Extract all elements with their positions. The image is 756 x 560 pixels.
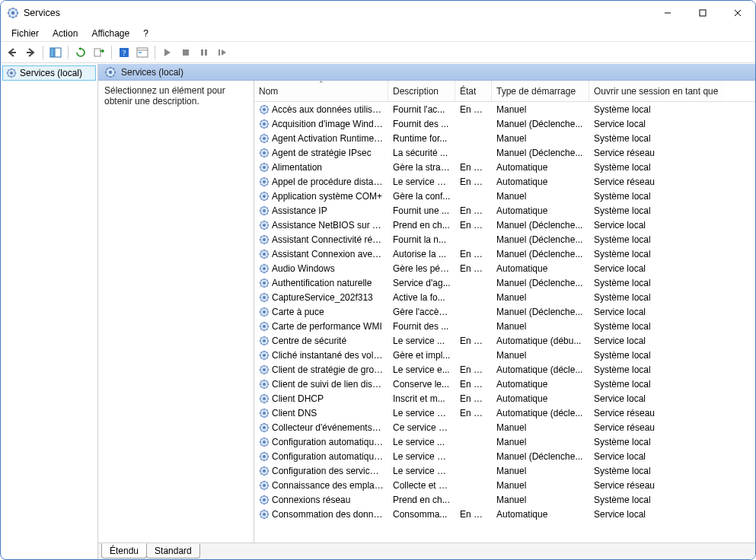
service-name: Client DHCP bbox=[272, 393, 384, 404]
list-item[interactable]: Agent de stratégie IPsecLa sécurité ...M… bbox=[254, 145, 755, 160]
gear-icon bbox=[259, 278, 270, 288]
list-item[interactable]: Acquisition d'image Windo...Fournit des … bbox=[254, 116, 755, 131]
maximize-button[interactable] bbox=[685, 1, 720, 25]
list-item[interactable]: Centre de sécuritéLe service ...En co...… bbox=[254, 333, 755, 348]
list-item[interactable]: Configuration des services ...Le service… bbox=[254, 463, 755, 478]
minimize-button[interactable] bbox=[650, 1, 685, 25]
column-header-label: Nom bbox=[259, 86, 278, 97]
list-item[interactable]: Connaissance des emplace...Collecte et s… bbox=[254, 478, 755, 492]
pause-service-button[interactable] bbox=[196, 44, 212, 61]
refresh-icon bbox=[75, 47, 86, 58]
list-item[interactable]: Client DHCPInscrit et m...En co...Automa… bbox=[254, 391, 755, 406]
refresh-button[interactable] bbox=[72, 44, 89, 61]
back-button[interactable] bbox=[4, 44, 21, 61]
cell-description: Conserve le... bbox=[388, 379, 455, 390]
column-header-description[interactable]: Description bbox=[388, 81, 455, 101]
restart-service-button[interactable] bbox=[214, 44, 231, 61]
cell-name: Connaissance des emplace... bbox=[254, 480, 388, 491]
menu-help[interactable]: ? bbox=[137, 27, 155, 40]
list-item[interactable]: Agent Activation Runtime_...Runtime for.… bbox=[254, 131, 755, 145]
tab-extended[interactable]: Étendu bbox=[101, 543, 147, 558]
cell-description: Gère et impl... bbox=[388, 350, 455, 361]
cell-logon: Système local bbox=[589, 466, 725, 476]
list-item[interactable]: Authentification naturelleService d'ag..… bbox=[254, 275, 755, 290]
cell-description: Fournit des ... bbox=[388, 119, 455, 129]
list-item[interactable]: AlimentationGère la strat...En co...Auto… bbox=[254, 160, 755, 174]
properties-icon bbox=[136, 47, 148, 58]
cell-startup: Manuel (Déclenche... bbox=[492, 119, 589, 129]
list-item[interactable]: Client DNSLe service cl...En co...Automa… bbox=[254, 406, 755, 420]
gear-icon bbox=[259, 205, 270, 216]
services-list: Nom ⌃ Description État Type de démarrage… bbox=[254, 81, 755, 542]
service-name: Centre de sécurité bbox=[272, 336, 384, 346]
service-name: Accès aux données utilisate... bbox=[272, 104, 384, 115]
help-button[interactable]: ? bbox=[116, 44, 132, 61]
cell-description: Autorise la ... bbox=[388, 249, 455, 259]
cell-state: En co... bbox=[455, 379, 492, 390]
list-item[interactable]: Configuration automatique...Le service .… bbox=[254, 434, 755, 449]
properties-button[interactable] bbox=[134, 44, 151, 61]
cell-state: En co... bbox=[455, 336, 492, 346]
gear-icon bbox=[259, 191, 270, 202]
list-item[interactable]: Cliché instantané des volu...Gère et imp… bbox=[254, 348, 755, 362]
column-header-name[interactable]: Nom ⌃ bbox=[254, 81, 388, 101]
cell-startup: Automatique bbox=[492, 263, 589, 274]
list-item[interactable]: Carte à puceGère l'accès...Manuel (Décle… bbox=[254, 304, 755, 319]
list-item[interactable]: Assistance IPFournit une ...En co...Auto… bbox=[254, 203, 755, 218]
column-header-startup[interactable]: Type de démarrage bbox=[492, 81, 589, 101]
list-item[interactable]: Consommation des donnéesConsomma...En co… bbox=[254, 507, 755, 521]
column-header-state[interactable]: État bbox=[455, 81, 492, 101]
cell-description: Le service ... bbox=[388, 437, 455, 447]
list-item[interactable]: Assistance NetBIOS sur TCP...Prend en ch… bbox=[254, 218, 755, 232]
menu-action[interactable]: Action bbox=[46, 27, 84, 40]
gear-icon bbox=[104, 66, 116, 78]
cell-state: En co... bbox=[455, 205, 492, 216]
cell-startup: Manuel bbox=[492, 466, 589, 476]
list-item[interactable]: Assistant Connectivité réseauFournit la … bbox=[254, 232, 755, 247]
cell-logon: Service local bbox=[589, 509, 725, 520]
cell-description: Gère la conf... bbox=[388, 191, 455, 202]
cell-logon: Service réseau bbox=[589, 408, 725, 418]
menubar: Fichier Action Affichage ? bbox=[1, 25, 755, 42]
list-item[interactable]: CaptureService_202f313Active la fo...Man… bbox=[254, 290, 755, 304]
gear-icon bbox=[259, 379, 270, 390]
cell-description: Fournit la n... bbox=[388, 234, 455, 245]
list-item[interactable]: Accès aux données utilisate...Fournit l'… bbox=[254, 102, 755, 116]
list-item[interactable]: Collecteur d'événements de...Ce service … bbox=[254, 420, 755, 434]
minimize-icon bbox=[664, 9, 671, 17]
cell-logon: Service local bbox=[589, 119, 725, 129]
gear-icon bbox=[259, 249, 270, 259]
cell-logon: Système local bbox=[589, 162, 725, 173]
list-item[interactable]: Client de suivi de lien distri...Conserv… bbox=[254, 377, 755, 391]
list-body[interactable]: Accès aux données utilisate...Fournit l'… bbox=[254, 102, 755, 542]
list-item[interactable]: Assistant Connexion avec u...Autorise la… bbox=[254, 247, 755, 261]
gear-icon bbox=[259, 148, 270, 158]
stop-service-button[interactable] bbox=[177, 44, 194, 61]
list-item[interactable]: Appel de procédure distant...Le service … bbox=[254, 174, 755, 189]
cell-state: En co... bbox=[455, 220, 492, 231]
start-service-button[interactable] bbox=[159, 44, 176, 61]
cell-name: Assistance IP bbox=[254, 205, 388, 216]
list-item[interactable]: Application système COM+Gère la conf...M… bbox=[254, 189, 755, 203]
column-header-logon[interactable]: Ouvrir une session en tant que bbox=[589, 81, 725, 101]
tree-root-services-local[interactable]: Services (local) bbox=[2, 65, 96, 81]
export-list-button[interactable] bbox=[91, 44, 107, 61]
list-item[interactable]: Configuration automatique...Le service C… bbox=[254, 449, 755, 463]
tab-standard[interactable]: Standard bbox=[146, 544, 200, 558]
tree-pane: Services (local) bbox=[1, 64, 98, 559]
cell-logon: Système local bbox=[589, 364, 725, 375]
list-item[interactable]: Carte de performance WMIFournit des ...M… bbox=[254, 319, 755, 333]
menu-file[interactable]: Fichier bbox=[5, 27, 45, 40]
show-hide-tree-button[interactable] bbox=[47, 44, 64, 61]
forward-button[interactable] bbox=[22, 44, 39, 61]
restart-icon bbox=[218, 48, 227, 57]
gear-icon bbox=[259, 364, 270, 375]
svg-rect-11 bbox=[700, 10, 706, 16]
list-item[interactable]: Audio WindowsGère les péri...En co...Aut… bbox=[254, 261, 755, 275]
list-item[interactable]: Connexions réseauPrend en ch...ManuelSys… bbox=[254, 492, 755, 507]
cell-name: Collecteur d'événements de... bbox=[254, 422, 388, 433]
list-item[interactable]: Client de stratégie de groupeLe service … bbox=[254, 362, 755, 377]
menu-view[interactable]: Affichage bbox=[85, 27, 136, 40]
play-icon bbox=[164, 48, 171, 57]
close-button[interactable] bbox=[720, 1, 755, 25]
